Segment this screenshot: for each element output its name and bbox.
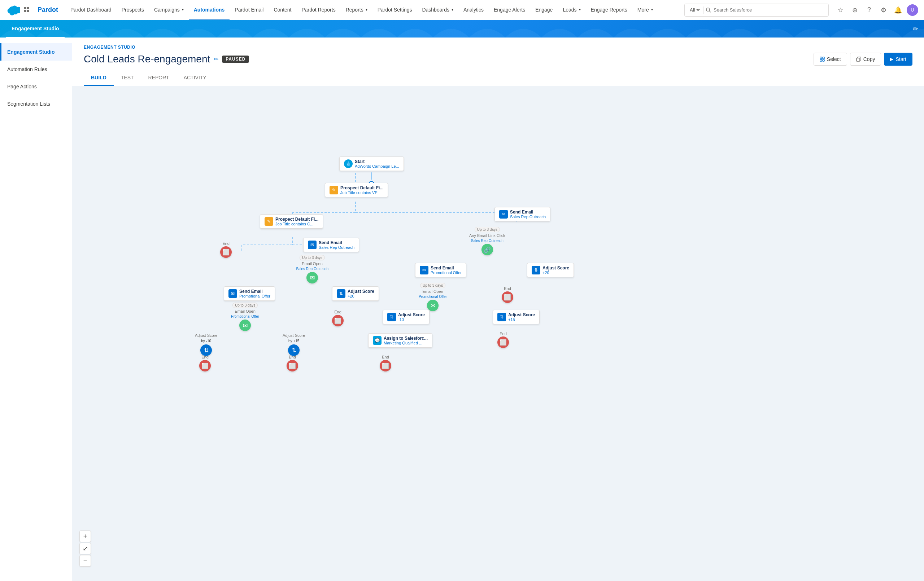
nav-prospects[interactable]: Prospects: [117, 0, 149, 20]
settings-icon[interactable]: ⚙: [878, 4, 889, 16]
zoom-in-button[interactable]: +: [79, 530, 91, 542]
salesforce-logo[interactable]: [6, 2, 21, 18]
nav-pardot-dashboard[interactable]: Pardot Dashboard: [65, 0, 117, 20]
search-input[interactable]: [714, 7, 825, 13]
sidebar-item-segmentation-lists[interactable]: Segmentation Lists: [0, 95, 72, 112]
zoom-controls: + ⤢ −: [79, 530, 91, 566]
nav-leads[interactable]: Leads: [558, 0, 586, 20]
nav-analytics[interactable]: Analytics: [459, 0, 489, 20]
nav-pardot-email[interactable]: Pardot Email: [229, 0, 269, 20]
end-4-node[interactable]: End ⬜: [199, 355, 211, 372]
zoom-fit-button[interactable]: ⤢: [79, 543, 91, 554]
page-header: ENGAGEMENT STUDIO Cold Leads Re-engageme…: [72, 38, 924, 86]
end-5-node[interactable]: End ⬜: [287, 355, 298, 372]
tab-report[interactable]: REPORT: [141, 70, 177, 86]
header-actions: Select Copy ▶ Start: [813, 53, 912, 66]
nav-dashboards[interactable]: Dashboards: [417, 0, 459, 20]
end-1-circle: ⬜: [220, 246, 232, 258]
edit-button[interactable]: ✏: [913, 25, 918, 33]
start-icon: 💧: [344, 160, 353, 168]
tab-test[interactable]: TEST: [114, 70, 141, 86]
send-email-2-node[interactable]: ✉ Send Email Sales Rep Outreach: [303, 238, 359, 252]
adjust-score-1-node[interactable]: ⇅ Adjust Score +20: [527, 263, 574, 277]
end-1-node[interactable]: End ⬜: [220, 241, 232, 258]
start-node[interactable]: 💧 Start AdWords Campaign Le... +: [339, 156, 404, 187]
end-6-node[interactable]: End ⬜: [380, 355, 391, 372]
nav-engage-reports[interactable]: Engage Reports: [586, 0, 632, 20]
tab-build[interactable]: BUILD: [84, 70, 114, 86]
app-grid-icon[interactable]: [21, 4, 33, 16]
adjust-score-6-node[interactable]: Adjust Score by +15 ⇅: [283, 333, 305, 356]
help-icon[interactable]: ?: [863, 4, 875, 16]
sidebar-item-page-actions[interactable]: Page Actions: [0, 78, 72, 95]
user-avatar[interactable]: U: [907, 4, 918, 16]
score-icon-2: ⇅: [337, 289, 345, 298]
sidebar-item-automation-rules[interactable]: Automation Rules: [0, 61, 72, 78]
search-bar: All: [684, 3, 829, 16]
search-scope-select[interactable]: All: [688, 7, 701, 13]
adjust-score-4-node[interactable]: ⇅ Adjust Score +15: [493, 310, 540, 324]
nav-reports[interactable]: Reports: [341, 0, 373, 20]
add-icon[interactable]: ⊕: [849, 4, 860, 16]
email-open-1-node[interactable]: Up to 3 days Email Open Sales Rep Outrea…: [296, 255, 328, 283]
nav-campaigns[interactable]: Campaigns: [149, 0, 189, 20]
app-name[interactable]: Pardot: [38, 6, 58, 14]
page-tabs: BUILD TEST REPORT ACTIVITY: [84, 70, 912, 86]
svg-rect-2: [24, 10, 26, 12]
prospect-default-fi-2-node[interactable]: ✎ Prospect Default Fi... Job Title conta…: [260, 214, 323, 229]
svg-line-5: [709, 11, 711, 12]
nav-pardot-reports[interactable]: Pardot Reports: [297, 0, 341, 20]
nav-more[interactable]: More: [632, 0, 658, 20]
adjust-score-2-node[interactable]: ⇅ Adjust Score +20: [332, 286, 379, 301]
email-icon-2: ✉: [308, 240, 317, 249]
salesforce-assign-icon: 💬: [373, 336, 381, 345]
search-icon: [706, 7, 711, 13]
select-button[interactable]: Select: [813, 53, 847, 66]
nav-right-actions: ☆ ⊕ ? ⚙ 🔔 U: [835, 4, 918, 16]
email-icon-4: ✉: [420, 266, 429, 275]
svg-point-4: [706, 8, 710, 11]
content-area: ENGAGEMENT STUDIO Cold Leads Re-engageme…: [72, 38, 924, 581]
notifications-icon[interactable]: 🔔: [892, 4, 904, 16]
start-node-subtitle: AdWords Campaign Le...: [355, 164, 399, 168]
prospect-default-fi-1-node[interactable]: ✎ Prospect Default Fi... Job Title conta…: [325, 183, 388, 197]
sidebar-item-engagement-studio[interactable]: Engagement Studio: [0, 43, 72, 61]
nav-automations[interactable]: Automations: [189, 0, 230, 20]
end-7-circle: ⬜: [497, 336, 509, 348]
copy-icon: [856, 57, 861, 62]
flow-container: 💧 Start AdWords Campaign Le... +: [72, 86, 924, 581]
nav-content[interactable]: Content: [269, 0, 296, 20]
end-2-node[interactable]: End ⬜: [332, 310, 343, 326]
sidebar: Engagement Studio Automation Rules Page …: [0, 38, 72, 581]
nav-engage[interactable]: Engage: [530, 0, 558, 20]
select-icon: [820, 57, 825, 62]
nav-pardot-settings[interactable]: Pardot Settings: [373, 0, 417, 20]
end-2-circle: ⬜: [332, 315, 343, 326]
email-open-2-node[interactable]: Up to 3 days Email Open Promotional Offe…: [231, 303, 259, 331]
start-button[interactable]: ▶ Start: [884, 53, 912, 66]
main-layout: Engagement Studio Automation Rules Page …: [0, 38, 924, 581]
send-email-4-node[interactable]: ✉ Send Email Promotional Offer: [415, 263, 466, 277]
svg-rect-0: [24, 7, 26, 9]
nav-engage-alerts[interactable]: Engage Alerts: [489, 0, 530, 20]
adjust-score-5-node[interactable]: Adjust Score by -10 ⇅: [195, 333, 217, 356]
sec-nav-engagement-studio[interactable]: Engagement Studio: [6, 20, 64, 38]
title-edit-icon[interactable]: ✏: [214, 56, 218, 63]
send-email-1-node[interactable]: ✉ Send Email Sales Rep Outreach: [495, 207, 550, 221]
assign-to-salesforce-node[interactable]: 💬 Assign to Salesforc... Marketing Quali…: [368, 333, 432, 348]
email-open-3-node[interactable]: Up to 3 days Email Open Promotional Offe…: [419, 283, 447, 311]
favorites-icon[interactable]: ☆: [835, 4, 846, 16]
canvas-inner: 💧 Start AdWords Campaign Le... +: [72, 86, 924, 581]
adjust-score-3-node[interactable]: ⇅ Adjust Score -10: [383, 310, 429, 324]
score-icon-3: ⇅: [387, 313, 396, 321]
copy-button[interactable]: Copy: [850, 53, 881, 66]
send-email-3-node[interactable]: ✉ Send Email Promotional Offer: [224, 286, 275, 301]
tab-activity[interactable]: ACTIVITY: [177, 70, 214, 86]
end-3-node[interactable]: End ⬜: [502, 286, 513, 303]
timing-label-any-click: Up to 3 days: [475, 227, 500, 232]
any-email-link-click-node[interactable]: Up to 3 days Any Email Link Click Sales …: [469, 227, 505, 255]
filter-icon-2: ✎: [264, 217, 273, 226]
end-7-node[interactable]: End ⬜: [497, 331, 509, 348]
zoom-out-button[interactable]: −: [79, 555, 91, 566]
filter-icon: ✎: [330, 186, 338, 194]
